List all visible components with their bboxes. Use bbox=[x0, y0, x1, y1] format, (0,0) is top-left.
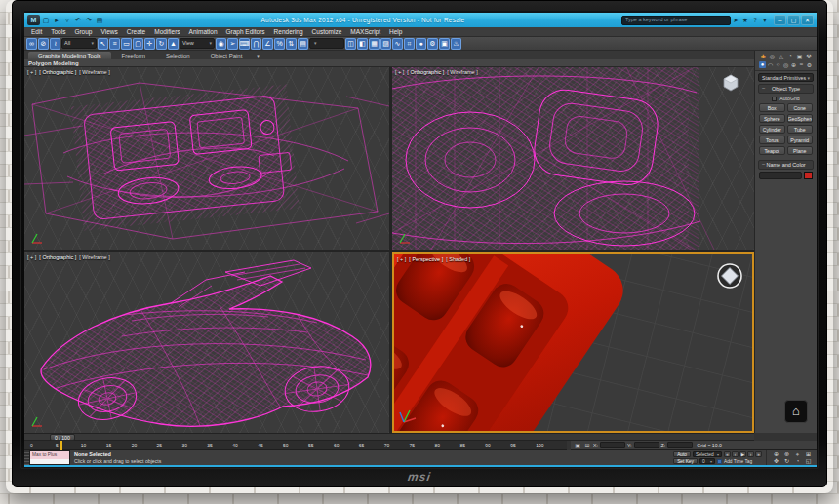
polygon-modeling-panel-label[interactable]: Polygon Modeling bbox=[28, 60, 79, 66]
graphite-ribbon-toggle-icon[interactable]: ▨ bbox=[380, 38, 391, 50]
search-go-icon[interactable]: ➤ bbox=[731, 17, 740, 24]
edit-named-selection-sets-icon[interactable]: ▤ bbox=[298, 38, 308, 50]
layer-manager-icon[interactable]: ▦ bbox=[369, 38, 380, 50]
undo-icon[interactable]: ↶ bbox=[73, 15, 83, 25]
menu-item[interactable]: Modifiers bbox=[154, 28, 180, 35]
zoom-extents-icon[interactable]: ⌖ bbox=[792, 451, 803, 458]
menu-item[interactable]: Rendering bbox=[274, 28, 303, 35]
go-to-end-icon[interactable]: » bbox=[755, 451, 762, 457]
viewcube-hexagon-icon[interactable] bbox=[721, 73, 740, 93]
menu-item[interactable]: Graph Editors bbox=[226, 28, 265, 35]
render-setup-icon[interactable]: ⚙ bbox=[427, 38, 438, 50]
subscription-star-icon[interactable]: ★ bbox=[740, 17, 750, 24]
object-type-button[interactable]: GeoSphere bbox=[787, 114, 814, 123]
application-menu-button[interactable]: M bbox=[27, 15, 40, 25]
curve-editor-icon[interactable]: ∿ bbox=[392, 38, 403, 50]
align-icon[interactable]: ◧ bbox=[357, 38, 368, 50]
object-type-button[interactable]: Plane bbox=[787, 146, 814, 155]
spinner-snap-icon[interactable]: ⇅ bbox=[286, 38, 297, 50]
utilities-tab-icon[interactable]: ⚒ bbox=[805, 53, 813, 59]
percent-snap-icon[interactable]: % bbox=[274, 38, 285, 50]
viewport-bottom-right[interactable]: [ + ] [ Perspective ] [ Shaded ] bbox=[392, 252, 754, 433]
select-and-link-icon[interactable]: ∞ bbox=[26, 38, 37, 50]
named-selection-sets-dropdown[interactable] bbox=[309, 38, 344, 49]
schematic-view-icon[interactable]: ⌗ bbox=[404, 38, 415, 50]
use-pivot-point-icon[interactable]: ◉ bbox=[216, 38, 226, 50]
geometry-category-icon[interactable]: ● bbox=[759, 61, 766, 68]
display-tab-icon[interactable]: ▣ bbox=[796, 53, 804, 59]
select-and-manipulate-icon[interactable]: ➢ bbox=[227, 38, 238, 50]
track-bar[interactable]: 0510152025303540455055606570758085909510… bbox=[24, 441, 567, 450]
field-of-view-icon[interactable]: ◔ bbox=[792, 458, 803, 465]
maxscript-mini-listener[interactable]: Max to Plus bbox=[29, 450, 70, 465]
object-type-button[interactable]: Cone bbox=[787, 103, 814, 112]
play-icon[interactable]: ▶ bbox=[739, 451, 746, 457]
ribbon-tab[interactable]: Object Paint bbox=[201, 52, 253, 59]
selection-lock-icon[interactable]: ▣ bbox=[574, 442, 581, 448]
selection-filter-dropdown[interactable]: All bbox=[61, 38, 97, 49]
redo-icon[interactable]: ↷ bbox=[84, 15, 94, 25]
rendered-frame-window-icon[interactable]: ▣ bbox=[439, 38, 450, 50]
menu-item[interactable]: Customize bbox=[312, 28, 342, 35]
open-file-icon[interactable]: ▸ bbox=[52, 15, 61, 25]
viewport-top-right[interactable]: [ + ] [ Orthographic ] [ Wireframe ] bbox=[392, 67, 754, 250]
angle-snap-icon[interactable]: ∠ bbox=[262, 38, 273, 50]
viewport-label[interactable]: [ + ] [ Orthographic ] [ Wireframe ] bbox=[395, 69, 478, 75]
reference-coordinate-dropdown[interactable]: View bbox=[180, 38, 215, 49]
menu-item[interactable]: Group bbox=[74, 28, 92, 35]
next-frame-icon[interactable]: › bbox=[747, 451, 754, 457]
previous-frame-icon[interactable]: ‹ bbox=[732, 451, 739, 457]
object-type-button[interactable]: Tube bbox=[787, 125, 814, 134]
close-button[interactable]: ✕ bbox=[801, 15, 814, 25]
pan-icon[interactable]: ✥ bbox=[771, 458, 781, 465]
new-scene-icon[interactable]: ▢ bbox=[41, 15, 51, 25]
snaps-toggle-icon[interactable]: ⋂ bbox=[251, 38, 261, 50]
helpers-category-icon[interactable]: ⊕ bbox=[790, 61, 797, 68]
select-and-rotate-icon[interactable]: ↻ bbox=[156, 38, 167, 50]
primitives-dropdown[interactable]: Standard Primitives bbox=[758, 73, 814, 82]
mirror-icon[interactable]: ◫ bbox=[345, 38, 356, 50]
orbit-icon[interactable]: ↻ bbox=[781, 458, 792, 465]
menu-item[interactable]: Create bbox=[127, 28, 146, 35]
shapes-category-icon[interactable]: ◠ bbox=[767, 61, 774, 68]
z-coordinate-field[interactable] bbox=[667, 442, 693, 448]
unlink-selection-icon[interactable]: ⊘ bbox=[38, 38, 49, 50]
zoom-icon[interactable]: ⊕ bbox=[771, 451, 781, 458]
object-type-button[interactable]: Cylinder bbox=[759, 125, 785, 134]
ribbon-collapse-icon[interactable]: ▾ bbox=[253, 52, 263, 59]
lights-category-icon[interactable]: ☼ bbox=[775, 61, 781, 68]
rectangular-selection-region-icon[interactable]: ▭ bbox=[121, 38, 132, 50]
motion-tab-icon[interactable]: ◔ bbox=[786, 53, 794, 59]
zoom-extents-all-icon[interactable]: ⊞ bbox=[803, 451, 814, 458]
object-type-button[interactable]: Box bbox=[759, 103, 785, 112]
save-file-icon[interactable]: ▿ bbox=[62, 15, 72, 25]
menu-item[interactable]: Help bbox=[389, 28, 402, 35]
select-by-name-icon[interactable]: ≡ bbox=[109, 38, 120, 50]
menu-item[interactable]: Edit bbox=[31, 28, 42, 35]
absolute-mode-icon[interactable]: ⊞ bbox=[583, 442, 591, 448]
current-frame-field[interactable]: 0 bbox=[699, 458, 715, 464]
cameras-category-icon[interactable]: ◎ bbox=[782, 61, 789, 68]
autogrid-checkbox[interactable] bbox=[772, 97, 777, 101]
object-type-button[interactable]: Sphere bbox=[759, 114, 785, 123]
select-and-move-icon[interactable]: ✛ bbox=[144, 38, 155, 50]
auto-key-button[interactable]: Auto bbox=[673, 451, 691, 457]
object-name-field[interactable] bbox=[759, 172, 802, 179]
time-slider-track[interactable]: 0 / 100 bbox=[24, 433, 754, 441]
viewport-bottom-left[interactable]: [ + ] [ Orthographic ] [ Wireframe ] bbox=[24, 252, 389, 433]
ribbon-tab[interactable]: Freeform bbox=[112, 52, 155, 59]
modify-tab-icon[interactable]: ◎ bbox=[768, 53, 776, 59]
x-coordinate-field[interactable] bbox=[600, 442, 625, 448]
menu-item[interactable]: Views bbox=[100, 28, 117, 35]
object-type-rollout-header[interactable]: Object Type bbox=[758, 84, 814, 94]
viewport-label[interactable]: [ + ] [ Orthographic ] [ Wireframe ] bbox=[27, 69, 110, 75]
time-slider-handle[interactable]: 0 / 100 bbox=[50, 434, 75, 441]
keyboard-shortcut-override-icon[interactable]: ⌨ bbox=[239, 38, 250, 50]
help-icon[interactable]: ? bbox=[750, 17, 760, 24]
viewport-top-left[interactable]: [ + ] [ Orthographic ] [ Wireframe ] bbox=[24, 67, 389, 250]
viewport-label[interactable]: [ + ] [ Orthographic ] [ Wireframe ] bbox=[27, 254, 110, 260]
ribbon-tab[interactable]: Selection bbox=[156, 52, 200, 59]
restore-button[interactable]: ▢ bbox=[787, 15, 800, 25]
name-color-rollout-header[interactable]: Name and Color bbox=[758, 160, 814, 170]
menu-item[interactable]: Animation bbox=[189, 28, 218, 35]
